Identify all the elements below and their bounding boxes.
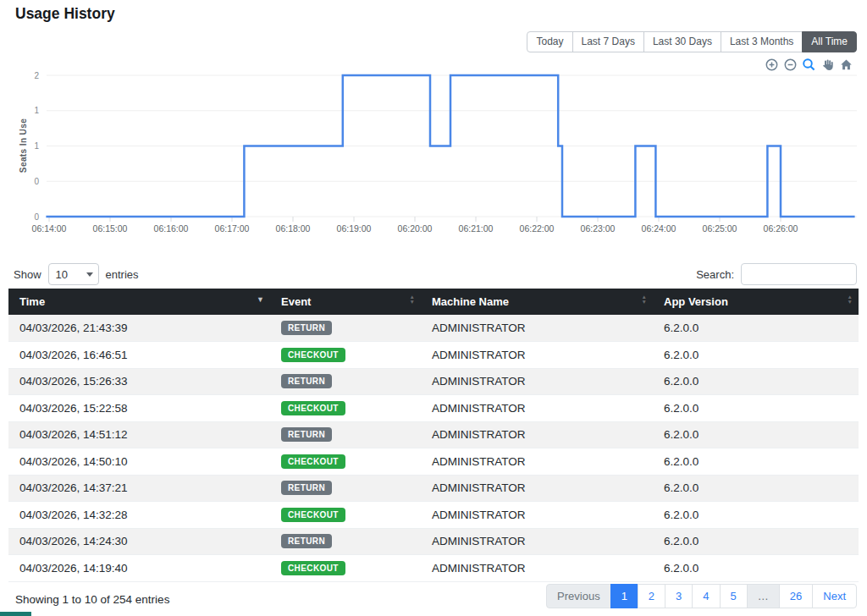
page-size-select[interactable]: 10 [48,263,99,285]
cell-app-version: 6.2.0.0 [653,395,859,422]
sort-both-icon: ▲▼ [410,294,415,305]
column-header-time[interactable]: Time▼ [8,289,270,315]
page-edge-accent [0,612,31,616]
table-row: 04/03/2026, 14:37:21RETURNADMINISTRATOR6… [8,475,859,502]
entries-label: entries [106,268,139,281]
y-tick-label: 1 [34,141,39,151]
filter-today[interactable]: Today [527,31,572,52]
page-4[interactable]: 4 [692,584,720,608]
cell-app-version: 6.2.0.0 [653,528,859,555]
y-tick-label: 0 [34,177,39,186]
cell-app-version: 6.2.0.0 [653,448,859,476]
cell-time: 04/03/2026, 15:22:58 [8,395,270,422]
cell-event: CHECKOUT [270,555,421,582]
filter-last-30-days[interactable]: Last 30 Days [643,31,721,52]
cell-time: 04/03/2026, 14:19:40 [8,555,270,582]
sort-both-icon: ▲▼ [642,294,647,305]
cell-machine-name: ADMINISTRATOR [421,555,653,582]
column-header-machine-name[interactable]: Machine Name▲▼ [421,289,653,315]
cell-time: 04/03/2026, 14:24:30 [8,528,270,555]
column-header-app-version[interactable]: App Version▲▼ [653,289,859,315]
event-badge-return: RETURN [281,534,332,548]
event-badge-return: RETURN [281,481,332,495]
cell-event: CHECKOUT [270,395,421,422]
cell-time: 04/03/2026, 16:46:51 [8,342,270,369]
table-row: 04/03/2026, 14:24:30RETURNADMINISTRATOR6… [8,528,859,555]
x-tick-label: 06:14:00 [32,223,67,234]
event-badge-checkout: CHECKOUT [281,454,345,469]
event-badge-checkout: CHECKOUT [281,508,345,522]
search-control: Search: [696,263,857,285]
event-badge-checkout: CHECKOUT [281,561,345,575]
filter-last-7-days[interactable]: Last 7 Days [572,31,644,52]
usage-table: Time▼Event▲▼Machine Name▲▼App Version▲▼ … [8,289,859,582]
table-row: 04/03/2026, 14:32:28CHECKOUTADMINISTRATO… [8,502,859,529]
table-row: 04/03/2026, 14:51:12RETURNADMINISTRATOR6… [8,421,859,448]
cell-event: CHECKOUT [270,342,421,369]
x-tick-label: 06:17:00 [215,223,250,234]
cell-machine-name: ADMINISTRATOR [421,315,653,342]
sort-desc-icon: ▼ [257,295,264,304]
event-badge-return: RETURN [281,321,332,335]
x-tick-label: 06:21:00 [459,223,494,234]
cell-machine-name: ADMINISTRATOR [421,475,653,502]
page-next[interactable]: Next [812,584,857,608]
cell-machine-name: ADMINISTRATOR [421,528,653,555]
event-badge-checkout: CHECKOUT [281,401,345,415]
page-26[interactable]: 26 [779,584,813,608]
filter-last-3-months[interactable]: Last 3 Months [721,31,803,52]
page-3[interactable]: 3 [665,584,693,608]
cell-machine-name: ADMINISTRATOR [421,448,653,476]
cell-app-version: 6.2.0.0 [653,368,859,395]
cell-time: 04/03/2026, 14:51:12 [8,421,270,448]
cell-machine-name: ADMINISTRATOR [421,395,653,422]
search-label: Search: [696,268,734,281]
table-row: 04/03/2026, 16:46:51CHECKOUTADMINISTRATO… [8,342,859,369]
cell-app-version: 6.2.0.0 [653,502,859,529]
x-tick-label: 06:23:00 [581,223,616,234]
search-input[interactable] [741,263,857,285]
page-title: Usage History [15,5,115,23]
cell-machine-name: ADMINISTRATOR [421,502,653,529]
cell-app-version: 6.2.0.0 [653,555,859,582]
x-tick-label: 06:16:00 [154,223,189,234]
y-axis-title: Seats In Use [19,118,28,173]
sort-both-icon: ▲▼ [848,294,853,305]
page-ellipsis: … [747,584,780,608]
page-1[interactable]: 1 [610,584,638,608]
cell-app-version: 6.2.0.0 [653,475,859,502]
column-label: Event [281,295,311,308]
cell-app-version: 6.2.0.0 [653,421,859,448]
page-size-control: Show 10 entries [14,263,139,285]
chart-toolbar [765,58,853,72]
table-row: 04/03/2026, 14:19:40CHECKOUTADMINISTRATO… [8,555,859,582]
cell-event: RETURN [270,315,421,342]
pan-icon[interactable] [820,58,835,72]
time-filter-group: TodayLast 7 DaysLast 30 DaysLast 3 Month… [527,31,857,52]
x-tick-label: 06:15:00 [93,223,128,234]
cell-event: RETURN [270,368,421,395]
cell-event: CHECKOUT [270,448,421,476]
column-header-event[interactable]: Event▲▼ [270,289,421,315]
zoom-in-icon[interactable] [765,58,779,72]
pagination: Previous12345…26Next [546,584,857,608]
cell-app-version: 6.2.0.0 [653,342,859,369]
x-tick-label: 06:22:00 [520,223,555,234]
table-row: 04/03/2026, 14:50:10CHECKOUTADMINISTRATO… [8,448,859,476]
chart-canvas[interactable]: 21100Seats In Use06:14:0006:15:0006:16:0… [0,72,867,241]
show-label: Show [14,268,41,281]
event-badge-return: RETURN [281,427,332,442]
selection-zoom-icon[interactable] [802,58,816,72]
page-previous[interactable]: Previous [546,584,611,608]
home-icon[interactable] [839,58,853,72]
cell-app-version: 6.2.0.0 [653,315,859,342]
column-label: App Version [664,295,728,308]
page-2[interactable]: 2 [638,584,665,608]
cell-event: CHECKOUT [270,502,421,529]
zoom-out-icon[interactable] [783,58,798,72]
table-header-row: Time▼Event▲▼Machine Name▲▼App Version▲▼ [8,289,859,315]
cell-time: 04/03/2026, 14:32:28 [8,502,270,529]
page-5[interactable]: 5 [720,584,748,608]
x-tick-label: 06:18:00 [276,223,311,234]
filter-all-time[interactable]: All Time [802,31,857,52]
